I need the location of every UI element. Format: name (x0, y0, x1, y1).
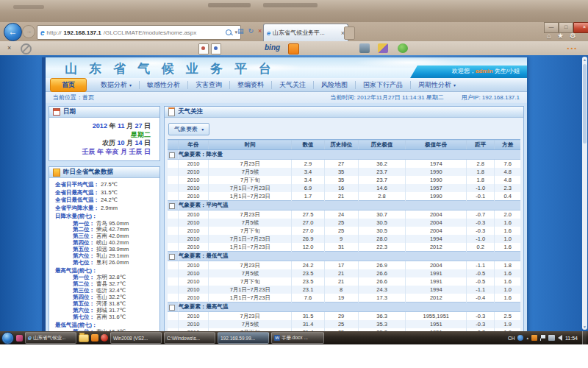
new-tab-button[interactable] (344, 26, 355, 40)
nav-item-4[interactable]: 灾害查询 (188, 81, 230, 89)
taskbar-window-1[interactable]: Win2008 (VS2... (110, 332, 162, 344)
tray-app-icon[interactable] (517, 335, 523, 341)
table-cell: 26.6 (358, 269, 406, 277)
stats-panel-header: 昨日全省气象数据 (49, 167, 159, 178)
group-checkbox[interactable] (169, 152, 175, 158)
language-indicator[interactable]: CH (508, 336, 514, 341)
word-icon: W (274, 335, 280, 341)
status-row: 当前位置：首页 当前时间: 2012年11月27日 11:14:31 星期二 用… (46, 92, 527, 103)
network-icon[interactable] (548, 335, 555, 341)
table-cell: -0.1 (467, 192, 495, 201)
start-button[interactable] (1, 332, 14, 344)
tray-app-icon[interactable] (531, 335, 537, 341)
table-cell: 1.6 (495, 243, 520, 252)
home-icon[interactable]: ⌂ (547, 32, 551, 40)
addon-close-icon[interactable]: × (7, 44, 11, 52)
nav-bar: 首页数据分析▾敏感性分析灾害查询整编资料天气关注风险地图国家下行产品周期性分析▾ (46, 78, 527, 92)
table-row: 20107月23日27.52430.72004-0.72.0 (168, 210, 520, 219)
weather-watch-header: 天气关注 (165, 107, 523, 118)
browser-tab[interactable]: e 山东省气候业务平... × (263, 24, 348, 41)
more-options-icon[interactable]: ••• (567, 45, 578, 52)
username: admin (476, 68, 493, 74)
bing-logo[interactable]: bing (265, 43, 280, 52)
table-cell: 35 (324, 176, 358, 184)
group-checkbox[interactable] (169, 203, 175, 209)
refresh-icon[interactable]: ↻ (248, 27, 254, 35)
rank-item: 第七位：莒南 31.6℃ (49, 314, 159, 321)
address-tools: ▤ ↻ × (237, 27, 262, 35)
taskbar-window-4[interactable]: W手册.docx ... (271, 332, 324, 344)
element-group-row: 气象要素：最低气温 (168, 252, 520, 261)
extension-icon[interactable] (378, 43, 388, 53)
browser-forward-button[interactable]: → (22, 25, 35, 38)
weather-watch-panel: 天气关注 气象要素 ▾ 年份时间数值历史排位历史极值极值年份距平方差 气象要素：… (164, 106, 524, 331)
pinned-app-icon[interactable] (101, 334, 108, 342)
element-group-row: 气象要素：降水量 (168, 150, 520, 160)
bing-badge-icon[interactable] (288, 43, 299, 54)
search-icon[interactable] (226, 29, 232, 35)
table-cell: 0.4 (495, 192, 520, 201)
table-cell: 7月5候 (209, 219, 292, 227)
extension-icon[interactable] (398, 43, 408, 53)
nav-item-8[interactable]: 国家下行产品 (356, 81, 411, 89)
action-center-flag-icon[interactable] (540, 335, 545, 341)
favorites-star-icon[interactable]: ★ (557, 32, 564, 40)
group-checkbox[interactable] (169, 254, 175, 260)
nav-item-7[interactable]: 风险地图 (314, 81, 356, 89)
background-window-artifact (13, 5, 44, 9)
table-cell: -1.1 (467, 261, 495, 270)
nav-item-6[interactable]: 天气关注 (272, 81, 314, 89)
table-cell: -0.4 (467, 294, 495, 302)
rank-value: 莒南 42.0mm (96, 233, 129, 239)
nav-item-9[interactable]: 周期性分析▾ (411, 81, 463, 89)
compatibility-view-icon[interactable]: ▤ (237, 27, 244, 35)
stat-line: 全省日平均气温：27.5℃ (49, 181, 159, 189)
nav-item-1[interactable]: 首页 (50, 78, 87, 92)
extension-icon[interactable] (359, 43, 370, 53)
taskbar-window-3[interactable]: 192.168.59.99... (218, 332, 269, 344)
breadcrumb: 当前位置：首页 (53, 93, 94, 102)
table-cell: 1974 (406, 160, 467, 169)
scrollbar-thumb[interactable] (583, 64, 587, 144)
table-cell: 7月下旬 (209, 277, 292, 286)
table-cell: -1.0 (467, 235, 495, 243)
pinned-app-icon[interactable] (91, 334, 98, 342)
table-cell: 17 (324, 261, 358, 270)
column-header: 历史排位 (324, 140, 358, 150)
rank-value: 菏泽 31.8℃ (96, 300, 126, 307)
address-bar[interactable]: e http://192.168.137.1/GLCCLIMATE/module… (37, 25, 241, 40)
clock[interactable]: 11:54 (565, 336, 578, 341)
rank-label: 第一位： (73, 220, 95, 227)
addon-tile-icon[interactable] (211, 43, 221, 54)
element-filter-button[interactable]: 气象要素 ▾ (168, 123, 209, 135)
taskbar-ie-window[interactable]: e 山东省气候业... (25, 332, 76, 344)
table-cell: 23.5 (292, 277, 324, 286)
group-checkbox[interactable] (169, 305, 175, 311)
vertical-scrollbar[interactable]: ▲ ▼ (582, 57, 587, 330)
table-cell: 3.4 (292, 176, 324, 184)
scroll-down-arrow-icon[interactable]: ▼ (582, 325, 587, 329)
volume-icon[interactable] (558, 335, 562, 341)
stop-icon[interactable]: × (258, 27, 262, 35)
table-cell: 1.6 (495, 277, 520, 286)
show-desktop-button[interactable] (582, 331, 587, 344)
table-cell: 23.7 (358, 176, 406, 184)
table-cell: 25 (324, 227, 358, 235)
explorer-folder-icon[interactable] (79, 334, 89, 342)
nav-item-5[interactable]: 整编资料 (230, 81, 272, 89)
taskbar-window-2[interactable]: C:\Windows\s... (164, 332, 215, 344)
table-row: 20101月1日~7月23日12.03122.320120.21.6 (168, 243, 520, 252)
table-cell: 2.3 (495, 184, 520, 192)
scroll-up-arrow-icon[interactable]: ▲ (582, 57, 587, 62)
nav-item-3[interactable]: 敏感性分析 (140, 81, 188, 89)
browser-back-button[interactable]: ← (4, 23, 22, 41)
table-cell: 26.6 (358, 277, 406, 286)
addon-tile-icon[interactable] (198, 43, 209, 54)
nav-item-2[interactable]: 数据分析▾ (93, 81, 140, 89)
settings-gear-icon[interactable]: ⚙ (570, 32, 576, 40)
pinned-app-icon[interactable] (16, 335, 23, 342)
table-row: 20107月1日~7月23日6.91614.61957-1.02.3 (168, 184, 520, 192)
table-cell: 1991 (406, 277, 467, 286)
hidden-icons-arrow-icon[interactable]: ▴ (526, 336, 528, 340)
table-cell: 7.6 (495, 160, 520, 169)
